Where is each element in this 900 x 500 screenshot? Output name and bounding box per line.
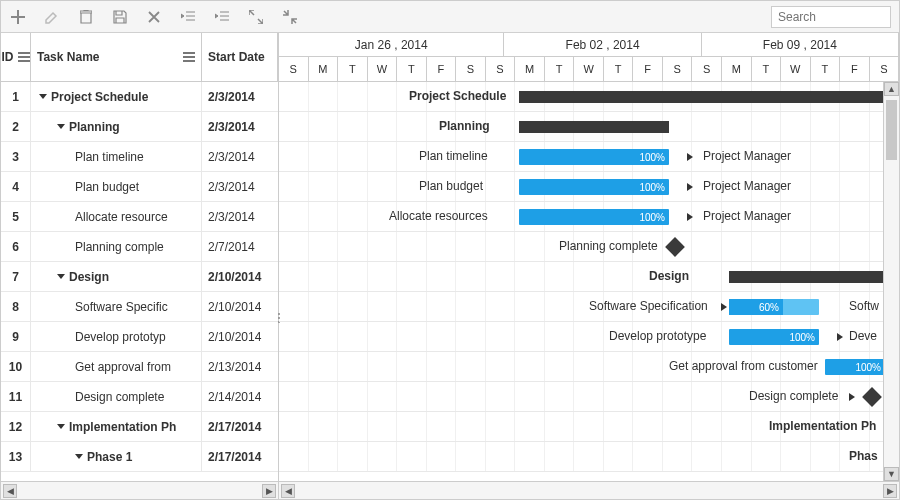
resource-label: Softw: [849, 299, 879, 313]
row-id: 13: [1, 442, 31, 471]
expander-icon[interactable]: [75, 454, 83, 459]
day-header: S: [870, 57, 899, 81]
row-task[interactable]: Design complete: [31, 382, 202, 411]
row-task[interactable]: Phase 1: [31, 442, 202, 471]
expander-icon[interactable]: [39, 94, 47, 99]
edit-icon[interactable]: [43, 8, 61, 26]
table-row[interactable]: 2Planning2/3/2014: [1, 112, 278, 142]
row-date: 2/10/2014: [202, 292, 278, 321]
row-task[interactable]: Plan timeline: [31, 142, 202, 171]
task-bar[interactable]: 100%: [729, 329, 819, 345]
milestone-marker[interactable]: [665, 237, 685, 257]
table-row[interactable]: 12Implementation Ph2/17/2014: [1, 412, 278, 442]
row-task[interactable]: Get approval from: [31, 352, 202, 381]
col-header-start[interactable]: Start Date: [202, 33, 278, 81]
summary-bar[interactable]: [519, 121, 669, 133]
row-task[interactable]: Develop prototyp: [31, 322, 202, 351]
row-task[interactable]: Implementation Ph: [31, 412, 202, 441]
grid-h-scrollbar[interactable]: ◀ ▶: [1, 482, 279, 499]
table-row[interactable]: 11Design complete2/14/2014: [1, 382, 278, 412]
gantt-row: Plan budget100%Project Manager: [279, 172, 899, 202]
scroll-right-icon[interactable]: ▶: [262, 484, 276, 498]
col-header-task[interactable]: Task Name: [31, 33, 202, 81]
outdent-icon[interactable]: [179, 8, 197, 26]
delete-icon[interactable]: [77, 8, 95, 26]
table-row[interactable]: 3Plan timeline2/3/2014: [1, 142, 278, 172]
gantt-row-label: Design complete: [749, 389, 838, 403]
gantt-row-label: Phas: [849, 449, 878, 463]
gantt-h-scrollbar[interactable]: ◀ ▶: [279, 482, 899, 499]
gantt-row-label: Design: [649, 269, 689, 283]
day-header: T: [811, 57, 841, 81]
row-task[interactable]: Allocate resource: [31, 202, 202, 231]
menu-icon[interactable]: [183, 52, 195, 62]
day-header: T: [604, 57, 634, 81]
row-id: 11: [1, 382, 31, 411]
gantt-row: Implementation Ph: [279, 412, 899, 442]
dependency-arrow: [721, 303, 727, 311]
scroll-left-icon[interactable]: ◀: [3, 484, 17, 498]
table-row[interactable]: 4Plan budget2/3/2014: [1, 172, 278, 202]
scroll-thumb[interactable]: [886, 100, 897, 160]
row-task[interactable]: Planning: [31, 112, 202, 141]
expand-icon[interactable]: [247, 8, 265, 26]
expander-icon[interactable]: [57, 124, 65, 129]
gantt-row: Phas: [279, 442, 899, 472]
dependency-arrow: [687, 183, 693, 191]
cancel-icon[interactable]: [145, 8, 163, 26]
table-row[interactable]: 1Project Schedule2/3/2014: [1, 82, 278, 112]
row-date: 2/13/2014: [202, 352, 278, 381]
table-row[interactable]: 8Software Specific2/10/2014: [1, 292, 278, 322]
task-bar[interactable]: 100%: [519, 209, 669, 225]
milestone-marker[interactable]: [862, 387, 882, 407]
search-input[interactable]: [771, 6, 891, 28]
summary-bar[interactable]: [519, 91, 899, 103]
week-header: Feb 09 , 2014: [702, 33, 899, 56]
task-bar[interactable]: 100%: [519, 179, 669, 195]
add-icon[interactable]: [9, 8, 27, 26]
grid-pane: ID Task Name Start Date 1Project Schedul…: [1, 33, 279, 481]
toolbar: [1, 1, 899, 33]
table-row[interactable]: 13Phase 12/17/2014: [1, 442, 278, 472]
resource-label: Project Manager: [703, 209, 791, 223]
week-header: Feb 02 , 2014: [504, 33, 701, 56]
col-header-id[interactable]: ID: [1, 33, 31, 81]
dependency-arrow: [837, 333, 843, 341]
gantt-row: Software Specification60%Softw: [279, 292, 899, 322]
table-row[interactable]: 9Develop prototyp2/10/2014: [1, 322, 278, 352]
day-header: T: [752, 57, 782, 81]
row-task[interactable]: Design: [31, 262, 202, 291]
table-row[interactable]: 6Planning comple2/7/2014: [1, 232, 278, 262]
table-row[interactable]: 10Get approval from2/13/2014: [1, 352, 278, 382]
scroll-left-icon[interactable]: ◀: [281, 484, 295, 498]
vertical-scrollbar[interactable]: ▲ ▼: [883, 82, 899, 481]
table-row[interactable]: 5Allocate resource2/3/2014: [1, 202, 278, 232]
day-header: S: [692, 57, 722, 81]
row-task[interactable]: Plan budget: [31, 172, 202, 201]
row-task[interactable]: Planning comple: [31, 232, 202, 261]
gantt-pane: Jan 26 , 2014Feb 02 , 2014Feb 09 , 2014 …: [279, 33, 899, 481]
row-task[interactable]: Software Specific: [31, 292, 202, 321]
summary-bar[interactable]: [729, 271, 899, 283]
row-date: 2/14/2014: [202, 382, 278, 411]
dependency-arrow: [687, 213, 693, 221]
task-bar[interactable]: 100%: [519, 149, 669, 165]
row-task[interactable]: Project Schedule: [31, 82, 202, 111]
expander-icon[interactable]: [57, 424, 65, 429]
task-bar[interactable]: 60%: [729, 299, 819, 315]
expander-icon[interactable]: [57, 274, 65, 279]
collapse-icon[interactable]: [281, 8, 299, 26]
day-header: F: [427, 57, 457, 81]
gantt-row: Allocate resources100%Project Manager: [279, 202, 899, 232]
task-bar[interactable]: 100%: [825, 359, 885, 375]
scroll-right-icon[interactable]: ▶: [883, 484, 897, 498]
scroll-down-icon[interactable]: ▼: [884, 467, 899, 481]
table-row[interactable]: 7Design2/10/2014: [1, 262, 278, 292]
row-date: 2/17/2014: [202, 442, 278, 471]
save-icon[interactable]: [111, 8, 129, 26]
scroll-up-icon[interactable]: ▲: [884, 82, 899, 96]
gantt-row: Design complete: [279, 382, 899, 412]
menu-icon[interactable]: [18, 52, 30, 62]
gantt-row-label: Allocate resources: [389, 209, 488, 223]
indent-icon[interactable]: [213, 8, 231, 26]
